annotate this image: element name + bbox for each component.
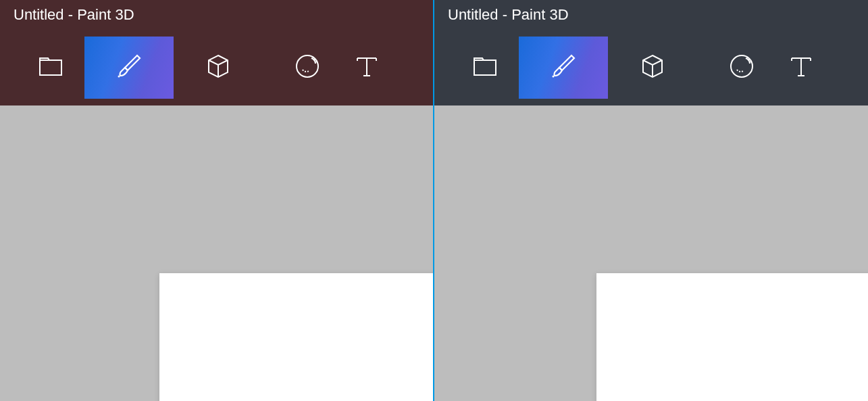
text-icon: [786, 51, 816, 84]
stickers-button[interactable]: [697, 37, 786, 99]
svg-point-1: [118, 76, 120, 78]
toolbar: [434, 30, 868, 105]
text-icon: [352, 51, 382, 84]
canvas-area[interactable]: [434, 105, 868, 401]
folder-icon: [36, 51, 66, 84]
brush-icon: [548, 51, 578, 84]
cube-icon: [203, 51, 233, 84]
sticker-icon: [292, 51, 322, 84]
cube-icon: [638, 51, 667, 84]
titlebar: Untitled - Paint 3D: [434, 0, 868, 30]
shapes3d-button[interactable]: [608, 37, 697, 99]
sticker-icon: [727, 51, 757, 84]
window-title: Untitled - Paint 3D: [14, 6, 134, 24]
svg-point-4: [553, 76, 555, 78]
shapes3d-button[interactable]: [174, 37, 263, 99]
folder-icon: [470, 51, 500, 84]
canvas-area[interactable]: [0, 105, 433, 401]
stickers-button[interactable]: [263, 37, 352, 99]
brushes-button[interactable]: [519, 37, 608, 99]
canvas[interactable]: [596, 273, 868, 401]
titlebar: Untitled - Paint 3D: [0, 0, 433, 30]
paint3d-window-right: Untitled - Paint 3D: [433, 0, 868, 401]
text-button[interactable]: [786, 37, 813, 99]
toolbar: [0, 30, 433, 105]
svg-rect-3: [474, 60, 496, 75]
menu-button[interactable]: [17, 37, 84, 99]
canvas[interactable]: [159, 273, 433, 401]
window-title: Untitled - Paint 3D: [448, 6, 569, 24]
paint3d-window-left: Untitled - Paint 3D: [0, 0, 433, 401]
brush-icon: [114, 51, 144, 84]
brushes-button[interactable]: [84, 37, 174, 99]
menu-button[interactable]: [451, 37, 519, 99]
svg-rect-0: [40, 60, 61, 75]
text-button[interactable]: [352, 37, 386, 99]
